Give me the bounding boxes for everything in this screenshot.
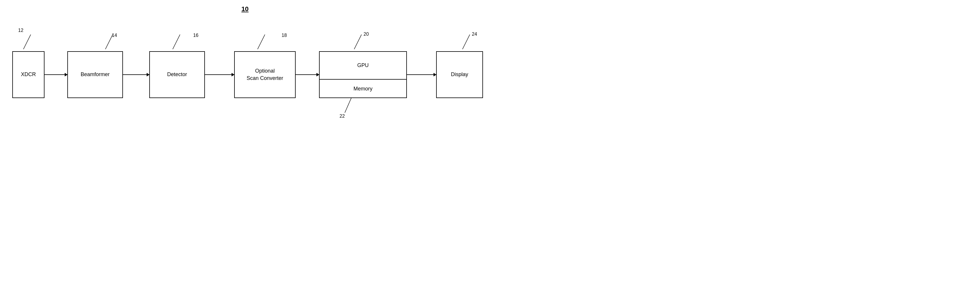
block-beamformer-label: Beamformer bbox=[81, 71, 110, 78]
block-detector: Detector bbox=[149, 51, 205, 98]
arrow-beamformer-detector bbox=[123, 75, 149, 75]
figure-title: 10 bbox=[242, 5, 248, 13]
block-scan-converter: OptionalScan Converter bbox=[234, 51, 296, 98]
block-gpu-top: GPU bbox=[320, 52, 406, 79]
block-gpu-bottom: Memory bbox=[320, 79, 406, 98]
block-gpu-label: GPU bbox=[357, 62, 369, 68]
ref-label-24: 24 bbox=[472, 32, 477, 37]
block-scan-converter-label: OptionalScan Converter bbox=[247, 67, 283, 82]
callout-16 bbox=[164, 32, 187, 54]
block-xdcr: XDCR bbox=[12, 51, 45, 98]
callout-18 bbox=[249, 32, 272, 54]
ref-label-12: 12 bbox=[18, 28, 24, 33]
svg-line-3 bbox=[258, 35, 265, 49]
block-display: Display bbox=[436, 51, 483, 98]
ref-label-16: 16 bbox=[193, 33, 199, 38]
svg-line-4 bbox=[354, 35, 361, 49]
ref-label-18: 18 bbox=[282, 33, 287, 38]
arrow-scanconverter-gpu bbox=[296, 75, 319, 75]
ref-label-22: 22 bbox=[340, 114, 345, 119]
ref-label-20: 20 bbox=[364, 32, 369, 37]
arrow-detector-scanconverter bbox=[205, 75, 234, 75]
block-xdcr-label: XDCR bbox=[21, 71, 36, 78]
svg-line-0 bbox=[24, 35, 31, 49]
block-memory-label: Memory bbox=[353, 86, 372, 92]
ref-label-14: 14 bbox=[112, 33, 117, 38]
block-gpu-group: GPU Memory bbox=[319, 51, 407, 98]
block-detector-label: Detector bbox=[167, 71, 187, 78]
arrow-gpu-display bbox=[407, 75, 436, 75]
svg-line-2 bbox=[173, 35, 180, 49]
svg-line-5 bbox=[345, 98, 351, 113]
block-beamformer: Beamformer bbox=[67, 51, 123, 98]
callout-12 bbox=[14, 32, 38, 54]
diagram-container: 10 XDCR Beamformer Detector OptionalScan… bbox=[0, 0, 490, 143]
block-display-label: Display bbox=[451, 71, 468, 78]
svg-line-6 bbox=[463, 35, 470, 49]
arrow-xdcr-beamformer bbox=[45, 75, 67, 75]
